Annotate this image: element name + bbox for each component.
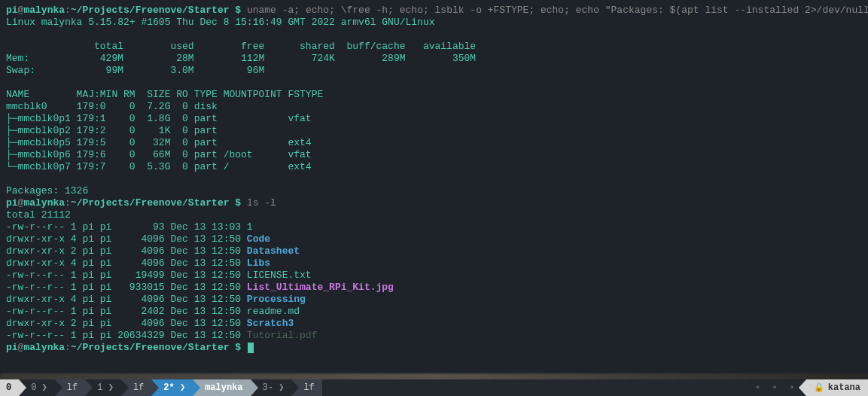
tmux-status-bar[interactable]: 0 0 ❯ lf 1 ❯ lf 2* ❯ malynka 3- ❯ lf ● ●… bbox=[0, 379, 868, 396]
lock-icon: 🔒 bbox=[814, 382, 824, 394]
terminal-output[interactable]: pi@malynka:~/Projects/Freenove/Starter $… bbox=[0, 0, 868, 373]
cursor bbox=[248, 343, 254, 353]
status-spacer: ● ● ● bbox=[322, 382, 806, 394]
status-window-2-name-active[interactable]: malynka bbox=[193, 379, 250, 396]
hostname-label: katana bbox=[828, 382, 860, 394]
status-session-index[interactable]: 0 bbox=[0, 379, 19, 396]
status-right-hostname: 🔒 katana bbox=[806, 379, 868, 396]
